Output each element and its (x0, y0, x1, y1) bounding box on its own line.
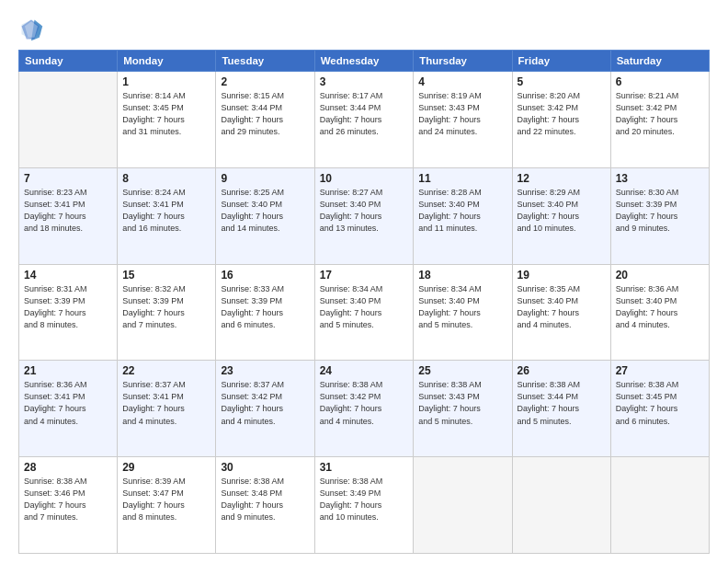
calendar-header-thursday: Thursday (414, 51, 512, 72)
calendar-table: SundayMondayTuesdayWednesdayThursdayFrid… (18, 50, 710, 554)
calendar-cell: 9Sunrise: 8:25 AM Sunset: 3:40 PM Daylig… (216, 167, 314, 264)
calendar-cell: 3Sunrise: 8:17 AM Sunset: 3:44 PM Daylig… (314, 72, 414, 168)
day-info: Sunrise: 8:37 AM Sunset: 3:42 PM Dayligh… (221, 379, 309, 427)
day-number: 15 (122, 269, 210, 282)
calendar-header-saturday: Saturday (610, 51, 709, 72)
day-info: Sunrise: 8:14 AM Sunset: 3:45 PM Dayligh… (122, 90, 210, 138)
day-number: 31 (320, 461, 409, 474)
day-number: 14 (24, 269, 112, 282)
day-number: 23 (221, 364, 309, 377)
day-number: 2 (221, 75, 309, 88)
calendar-week-row-1: 1Sunrise: 8:14 AM Sunset: 3:45 PM Daylig… (19, 72, 710, 168)
calendar-cell: 8Sunrise: 8:24 AM Sunset: 3:41 PM Daylig… (118, 167, 216, 264)
day-info: Sunrise: 8:38 AM Sunset: 3:43 PM Dayligh… (418, 379, 506, 427)
day-info: Sunrise: 8:34 AM Sunset: 3:40 PM Dayligh… (418, 283, 506, 331)
calendar-cell: 6Sunrise: 8:21 AM Sunset: 3:42 PM Daylig… (610, 72, 709, 168)
day-number: 5 (518, 75, 606, 88)
calendar-cell: 10Sunrise: 8:27 AM Sunset: 3:40 PM Dayli… (314, 167, 414, 264)
day-info: Sunrise: 8:36 AM Sunset: 3:41 PM Dayligh… (24, 379, 112, 427)
calendar-cell: 27Sunrise: 8:38 AM Sunset: 3:45 PM Dayli… (610, 361, 709, 457)
calendar-cell (414, 457, 512, 554)
calendar-cell: 30Sunrise: 8:38 AM Sunset: 3:48 PM Dayli… (216, 457, 314, 554)
calendar-cell: 14Sunrise: 8:31 AM Sunset: 3:39 PM Dayli… (19, 264, 118, 361)
day-info: Sunrise: 8:38 AM Sunset: 3:46 PM Dayligh… (24, 476, 112, 523)
day-info: Sunrise: 8:30 AM Sunset: 3:39 PM Dayligh… (616, 187, 704, 235)
day-info: Sunrise: 8:20 AM Sunset: 3:42 PM Dayligh… (518, 90, 606, 138)
day-info: Sunrise: 8:38 AM Sunset: 3:45 PM Dayligh… (616, 379, 704, 427)
calendar-cell: 5Sunrise: 8:20 AM Sunset: 3:42 PM Daylig… (512, 72, 610, 168)
calendar-cell: 15Sunrise: 8:32 AM Sunset: 3:39 PM Dayli… (118, 264, 216, 361)
day-number: 17 (320, 269, 409, 282)
day-number: 30 (221, 461, 309, 474)
day-number: 1 (122, 75, 210, 88)
day-number: 26 (518, 364, 606, 377)
day-number: 29 (122, 461, 210, 474)
calendar-cell: 25Sunrise: 8:38 AM Sunset: 3:43 PM Dayli… (414, 361, 512, 457)
day-number: 16 (221, 269, 309, 282)
day-number: 21 (24, 364, 112, 377)
day-info: Sunrise: 8:25 AM Sunset: 3:40 PM Dayligh… (221, 187, 309, 235)
day-number: 4 (418, 75, 506, 88)
day-number: 6 (616, 75, 704, 88)
calendar-cell: 20Sunrise: 8:36 AM Sunset: 3:40 PM Dayli… (610, 264, 709, 361)
header (18, 17, 710, 42)
calendar-week-row-2: 7Sunrise: 8:23 AM Sunset: 3:41 PM Daylig… (19, 167, 710, 264)
day-info: Sunrise: 8:38 AM Sunset: 3:44 PM Dayligh… (518, 379, 606, 427)
day-info: Sunrise: 8:23 AM Sunset: 3:41 PM Dayligh… (24, 187, 112, 235)
day-info: Sunrise: 8:17 AM Sunset: 3:44 PM Dayligh… (320, 90, 409, 138)
day-info: Sunrise: 8:36 AM Sunset: 3:40 PM Dayligh… (616, 283, 704, 331)
calendar-cell (610, 457, 709, 554)
day-info: Sunrise: 8:38 AM Sunset: 3:42 PM Dayligh… (320, 379, 409, 427)
day-number: 3 (320, 75, 409, 88)
day-number: 19 (518, 269, 606, 282)
day-number: 27 (616, 364, 704, 377)
calendar-header-monday: Monday (118, 51, 216, 72)
day-number: 20 (616, 269, 704, 282)
day-number: 25 (418, 364, 506, 377)
day-number: 22 (122, 364, 210, 377)
calendar-week-row-5: 28Sunrise: 8:38 AM Sunset: 3:46 PM Dayli… (19, 457, 710, 554)
day-number: 18 (418, 269, 506, 282)
calendar-cell (512, 457, 610, 554)
day-info: Sunrise: 8:37 AM Sunset: 3:41 PM Dayligh… (122, 379, 210, 427)
day-info: Sunrise: 8:38 AM Sunset: 3:49 PM Dayligh… (320, 476, 409, 523)
day-info: Sunrise: 8:35 AM Sunset: 3:40 PM Dayligh… (518, 283, 606, 331)
calendar-cell: 16Sunrise: 8:33 AM Sunset: 3:39 PM Dayli… (216, 264, 314, 361)
day-number: 10 (320, 172, 409, 185)
day-number: 11 (418, 172, 506, 185)
calendar-cell: 18Sunrise: 8:34 AM Sunset: 3:40 PM Dayli… (414, 264, 512, 361)
logo (18, 17, 48, 42)
day-number: 28 (24, 461, 112, 474)
day-number: 12 (518, 172, 606, 185)
calendar-cell: 21Sunrise: 8:36 AM Sunset: 3:41 PM Dayli… (19, 361, 118, 457)
calendar-cell: 28Sunrise: 8:38 AM Sunset: 3:46 PM Dayli… (19, 457, 118, 554)
calendar-cell: 2Sunrise: 8:15 AM Sunset: 3:44 PM Daylig… (216, 72, 314, 168)
day-info: Sunrise: 8:28 AM Sunset: 3:40 PM Dayligh… (418, 187, 506, 235)
calendar-cell: 17Sunrise: 8:34 AM Sunset: 3:40 PM Dayli… (314, 264, 414, 361)
calendar-cell (19, 72, 118, 168)
page: SundayMondayTuesdayWednesdayThursdayFrid… (0, 0, 728, 563)
calendar-cell: 29Sunrise: 8:39 AM Sunset: 3:47 PM Dayli… (118, 457, 216, 554)
day-info: Sunrise: 8:21 AM Sunset: 3:42 PM Dayligh… (616, 90, 704, 138)
calendar-cell: 4Sunrise: 8:19 AM Sunset: 3:43 PM Daylig… (414, 72, 512, 168)
day-number: 9 (221, 172, 309, 185)
day-info: Sunrise: 8:27 AM Sunset: 3:40 PM Dayligh… (320, 187, 409, 235)
calendar-cell: 13Sunrise: 8:30 AM Sunset: 3:39 PM Dayli… (610, 167, 709, 264)
calendar-cell: 31Sunrise: 8:38 AM Sunset: 3:49 PM Dayli… (314, 457, 414, 554)
calendar-cell: 1Sunrise: 8:14 AM Sunset: 3:45 PM Daylig… (118, 72, 216, 168)
day-info: Sunrise: 8:38 AM Sunset: 3:48 PM Dayligh… (221, 476, 309, 523)
calendar-cell: 11Sunrise: 8:28 AM Sunset: 3:40 PM Dayli… (414, 167, 512, 264)
calendar-cell: 12Sunrise: 8:29 AM Sunset: 3:40 PM Dayli… (512, 167, 610, 264)
day-info: Sunrise: 8:15 AM Sunset: 3:44 PM Dayligh… (221, 90, 309, 138)
day-info: Sunrise: 8:29 AM Sunset: 3:40 PM Dayligh… (518, 187, 606, 235)
calendar-cell: 19Sunrise: 8:35 AM Sunset: 3:40 PM Dayli… (512, 264, 610, 361)
calendar-cell: 24Sunrise: 8:38 AM Sunset: 3:42 PM Dayli… (314, 361, 414, 457)
calendar-header-friday: Friday (512, 51, 610, 72)
day-info: Sunrise: 8:39 AM Sunset: 3:47 PM Dayligh… (122, 476, 210, 523)
day-number: 7 (24, 172, 112, 185)
calendar-week-row-3: 14Sunrise: 8:31 AM Sunset: 3:39 PM Dayli… (19, 264, 710, 361)
day-info: Sunrise: 8:34 AM Sunset: 3:40 PM Dayligh… (320, 283, 409, 331)
calendar-week-row-4: 21Sunrise: 8:36 AM Sunset: 3:41 PM Dayli… (19, 361, 710, 457)
calendar-cell: 23Sunrise: 8:37 AM Sunset: 3:42 PM Dayli… (216, 361, 314, 457)
day-number: 8 (122, 172, 210, 185)
